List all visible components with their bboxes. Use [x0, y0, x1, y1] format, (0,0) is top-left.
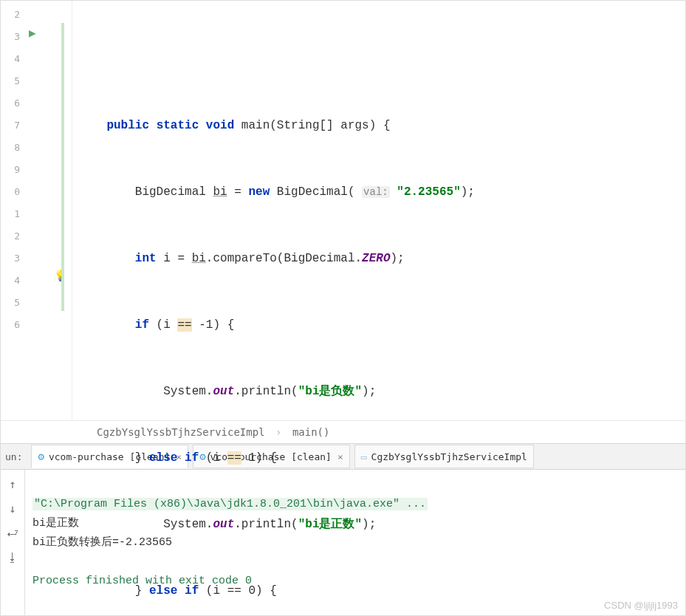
watermark: CSDN @ljljlj1993	[604, 600, 678, 611]
up-arrow-icon[interactable]: ↑	[9, 477, 16, 491]
scroll-to-end-icon[interactable]: ⭳	[7, 550, 18, 564]
gutter-icons: ▶ ◯ 💡 ◯	[20, 1, 72, 420]
code-editor[interactable]: 234 567 890 123 456 ▶ ◯ 💡 ◯ public stati…	[1, 1, 685, 420]
down-arrow-icon[interactable]: ↓	[9, 502, 16, 516]
run-toolwindow-label: un:	[5, 451, 22, 462]
line-number-gutter: 234 567 890 123 456	[1, 1, 20, 420]
code-area[interactable]: public static void main(String[] args) {…	[72, 1, 685, 420]
run-gutter-icon[interactable]: ▶	[29, 26, 36, 40]
vcs-change-strip	[61, 23, 64, 311]
gear-icon: ⚙	[38, 451, 44, 462]
soft-wrap-icon[interactable]: ⮐	[7, 526, 18, 540]
console-toolbar: ↑ ↓ ⮐ ⭳	[1, 470, 25, 616]
